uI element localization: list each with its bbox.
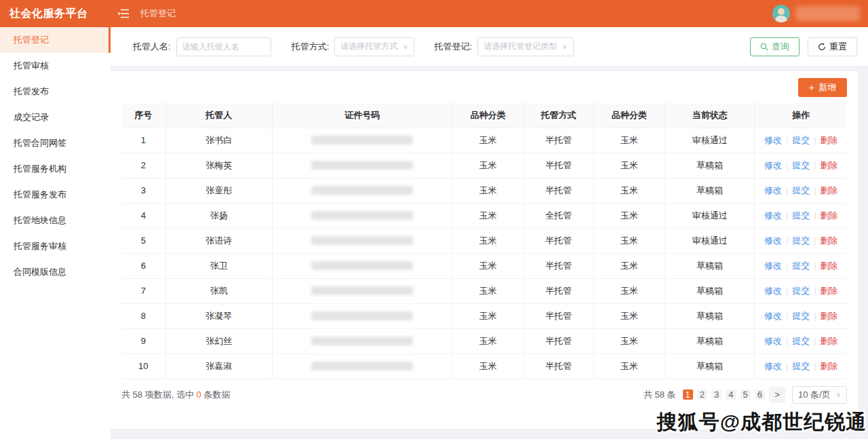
submit-link[interactable]: 提交	[792, 160, 810, 170]
cell-index: 8	[121, 303, 165, 328]
main-content: 托管人名: 托管方式: 请选择托管方式 ∨ 托管登记: 请选择托管登记类型 ∨ …	[111, 27, 868, 439]
user-avatar[interactable]	[772, 5, 790, 22]
table-row: 9张幻丝玉米半托管玉米草稿箱修改|提交|删除	[121, 328, 847, 354]
cell-category: 玉米	[452, 253, 524, 278]
cell-id-redacted	[273, 303, 452, 328]
cell-status: 审核通过	[665, 203, 755, 228]
refresh-icon	[818, 43, 826, 51]
cell-actions: 修改|提交|删除	[755, 228, 847, 253]
sidebar-item-1[interactable]: 托管审核	[0, 53, 111, 79]
cell-name: 张幻丝	[165, 328, 273, 354]
add-button[interactable]: + 新增	[798, 78, 847, 97]
sidebar-item-9[interactable]: 合同模版信息	[0, 259, 111, 285]
divider: |	[814, 186, 816, 195]
edit-link[interactable]: 修改	[764, 160, 782, 170]
app-header: 社会化服务平台 托管登记	[0, 0, 868, 27]
page-button-1[interactable]: 1	[683, 389, 693, 400]
page-button-2[interactable]: 2	[697, 389, 707, 400]
cell-mode: 半托管	[524, 228, 593, 253]
cell-id-redacted	[273, 278, 452, 303]
cell-category2: 玉米	[593, 278, 665, 303]
delete-link[interactable]: 删除	[820, 210, 837, 221]
edit-link[interactable]: 修改	[764, 336, 782, 346]
cell-id-redacted	[273, 128, 452, 153]
column-header: 操作	[755, 103, 847, 128]
submit-link[interactable]: 提交	[792, 185, 810, 195]
delete-link[interactable]: 删除	[820, 261, 837, 271]
delete-link[interactable]: 删除	[820, 135, 837, 145]
submit-link[interactable]: 提交	[792, 261, 810, 271]
sidebar-item-7[interactable]: 托管地块信息	[0, 208, 111, 233]
cell-actions: 修改|提交|删除	[755, 253, 847, 278]
edit-link[interactable]: 修改	[764, 210, 782, 221]
next-page-button[interactable]: >	[769, 387, 785, 403]
sidebar-item-5[interactable]: 托管服务机构	[0, 156, 111, 182]
sidebar-item-3[interactable]: 成交记录	[0, 104, 111, 130]
sidebar-item-2[interactable]: 托管发布	[0, 79, 111, 104]
column-header: 托管方式	[524, 103, 593, 128]
edit-link[interactable]: 修改	[764, 311, 782, 321]
cell-actions: 修改|提交|删除	[755, 128, 847, 153]
delete-link[interactable]: 删除	[820, 361, 837, 371]
page-button-3[interactable]: 3	[711, 389, 722, 400]
submit-link[interactable]: 提交	[792, 210, 810, 221]
divider: |	[786, 286, 788, 296]
cell-mode: 半托管	[524, 303, 593, 328]
submit-link[interactable]: 提交	[792, 311, 810, 321]
delete-link[interactable]: 删除	[820, 185, 837, 195]
cell-status: 草稿箱	[665, 278, 755, 303]
edit-link[interactable]: 修改	[764, 286, 782, 296]
divider: |	[786, 161, 788, 170]
mode-filter-select[interactable]: 请选择托管方式 ∨	[334, 37, 414, 56]
submit-link[interactable]: 提交	[792, 135, 810, 145]
breadcrumb[interactable]: 托管登记	[140, 7, 176, 20]
chevron-down-icon: ∨	[562, 43, 567, 50]
cell-index: 2	[121, 153, 165, 178]
query-button[interactable]: 查询	[750, 37, 800, 56]
submit-link[interactable]: 提交	[792, 235, 810, 246]
redacted-id-block	[311, 286, 413, 295]
collapse-menu-icon[interactable]	[117, 8, 130, 19]
redacted-id-block	[311, 136, 413, 145]
registration-filter-select[interactable]: 请选择托管登记类型 ∨	[477, 37, 573, 56]
column-header: 证件号码	[273, 103, 452, 128]
sidebar-item-4[interactable]: 托管合同网签	[0, 130, 111, 156]
sidebar-item-6[interactable]: 托管服务发布	[0, 182, 111, 208]
edit-link[interactable]: 修改	[764, 185, 782, 195]
delete-link[interactable]: 删除	[820, 160, 837, 170]
mode-filter-label: 托管方式:	[292, 41, 330, 53]
page-button-6[interactable]: 6	[755, 389, 765, 400]
page-size-select[interactable]: 10 条/页 ∨	[792, 386, 847, 404]
divider: |	[814, 261, 816, 271]
divider: |	[786, 211, 788, 221]
edit-link[interactable]: 修改	[764, 261, 782, 271]
submit-link[interactable]: 提交	[792, 286, 810, 296]
page-button-4[interactable]: 4	[726, 389, 736, 400]
reset-button[interactable]: 重置	[808, 37, 857, 56]
column-header: 托管人	[165, 103, 273, 128]
delete-link[interactable]: 删除	[820, 235, 837, 246]
cell-category2: 玉米	[593, 328, 665, 354]
cell-name: 张童彤	[165, 178, 273, 203]
edit-link[interactable]: 修改	[764, 361, 782, 371]
cell-index: 5	[121, 228, 165, 253]
sidebar-item-8[interactable]: 托管服务审核	[0, 233, 111, 259]
cell-status: 草稿箱	[665, 328, 755, 354]
cell-mode: 半托管	[524, 278, 593, 303]
divider: |	[786, 311, 788, 321]
delete-link[interactable]: 删除	[820, 311, 837, 321]
sidebar-item-0[interactable]: 托管登记	[0, 27, 111, 53]
edit-link[interactable]: 修改	[764, 135, 782, 145]
delete-link[interactable]: 删除	[820, 336, 837, 346]
edit-link[interactable]: 修改	[764, 235, 782, 246]
delete-link[interactable]: 删除	[820, 286, 837, 296]
redacted-id-block	[311, 337, 413, 345]
page-button-5[interactable]: 5	[741, 389, 751, 400]
name-filter-input[interactable]	[176, 37, 271, 56]
submit-link[interactable]: 提交	[792, 336, 810, 346]
redacted-id-block	[311, 236, 413, 245]
reset-button-label: 重置	[829, 41, 847, 53]
submit-link[interactable]: 提交	[792, 361, 810, 371]
cell-name: 张语诗	[165, 228, 273, 253]
cell-category2: 玉米	[593, 228, 665, 253]
